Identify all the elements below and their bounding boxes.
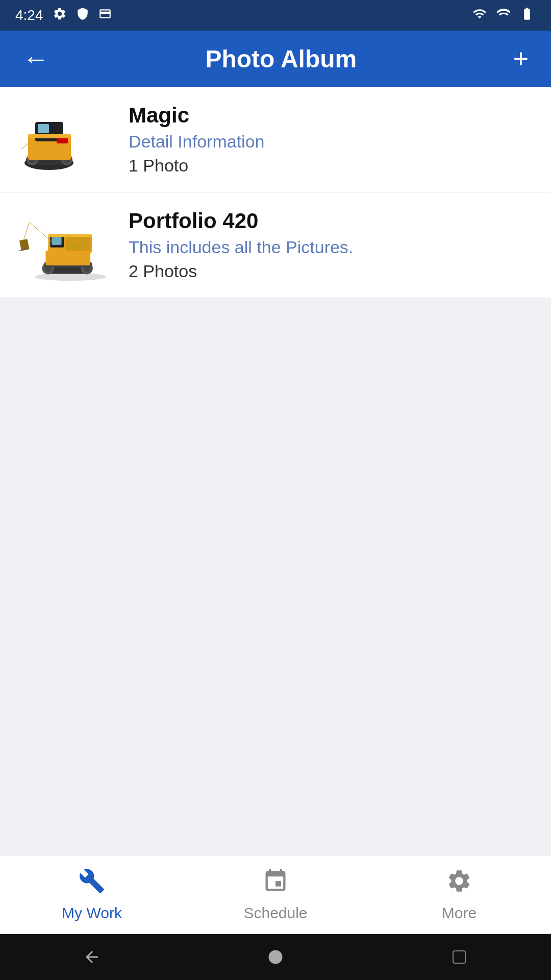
album-thumbnail-portfolio420	[18, 207, 110, 283]
android-nav-bar	[0, 934, 551, 980]
svg-point-15	[35, 273, 106, 281]
album-info-portfolio420: Portfolio 420 This includes all the Pict…	[129, 209, 353, 281]
album-thumbnail-magic	[18, 101, 110, 178]
page-title: Photo Album	[205, 45, 357, 73]
app-bar: ← Photo Album +	[0, 31, 551, 87]
album-item-portfolio420[interactable]: Portfolio 420 This includes all the Pict…	[0, 192, 551, 298]
svg-rect-8	[38, 124, 49, 133]
svg-line-27	[29, 222, 52, 242]
nav-label-schedule: Schedule	[243, 904, 307, 922]
nav-item-schedule[interactable]: Schedule	[184, 859, 367, 931]
status-left: 4:24	[15, 7, 112, 24]
album-description-portfolio420: This includes all the Pictures.	[129, 237, 353, 257]
shield-icon	[76, 7, 89, 24]
svg-rect-33	[453, 951, 465, 963]
battery-icon	[518, 7, 536, 24]
wifi-icon	[471, 7, 488, 24]
calendar-icon	[262, 868, 289, 900]
album-count-magic: 1 Photo	[129, 156, 264, 176]
svg-rect-31	[67, 244, 82, 249]
more-gear-icon	[446, 868, 472, 900]
status-bar: 4:24	[0, 0, 551, 31]
nav-label-my-work: My Work	[62, 904, 122, 922]
back-button[interactable]: ←	[18, 41, 53, 76]
android-home-button[interactable]	[260, 942, 291, 972]
album-item-magic[interactable]: Magic Detail Information 1 Photo	[0, 87, 551, 192]
svg-point-32	[269, 950, 283, 964]
content-area: Magic Detail Information 1 Photo	[0, 87, 551, 855]
wrench-icon	[79, 868, 105, 900]
time-display: 4:24	[15, 7, 43, 23]
card-icon	[98, 7, 112, 24]
svg-line-10	[21, 143, 28, 154]
nav-label-more: More	[442, 904, 477, 922]
album-title-portfolio420: Portfolio 420	[129, 209, 353, 233]
album-info-magic: Magic Detail Information 1 Photo	[129, 103, 264, 176]
gear-icon	[53, 7, 67, 24]
status-right	[471, 7, 536, 24]
android-back-button[interactable]	[77, 942, 107, 972]
android-recents-button[interactable]	[444, 942, 474, 972]
signal-icon	[496, 7, 510, 24]
svg-rect-25	[52, 237, 61, 245]
album-count-portfolio420: 2 Photos	[129, 261, 353, 281]
nav-item-more[interactable]: More	[367, 859, 551, 931]
add-button[interactable]: +	[509, 41, 533, 76]
album-title-magic: Magic	[129, 103, 264, 128]
album-description-magic: Detail Information	[129, 132, 264, 152]
svg-rect-14	[28, 134, 71, 138]
svg-rect-30	[48, 234, 92, 237]
nav-item-my-work[interactable]: My Work	[0, 859, 184, 931]
bottom-nav: My Work Schedule More	[0, 855, 551, 934]
